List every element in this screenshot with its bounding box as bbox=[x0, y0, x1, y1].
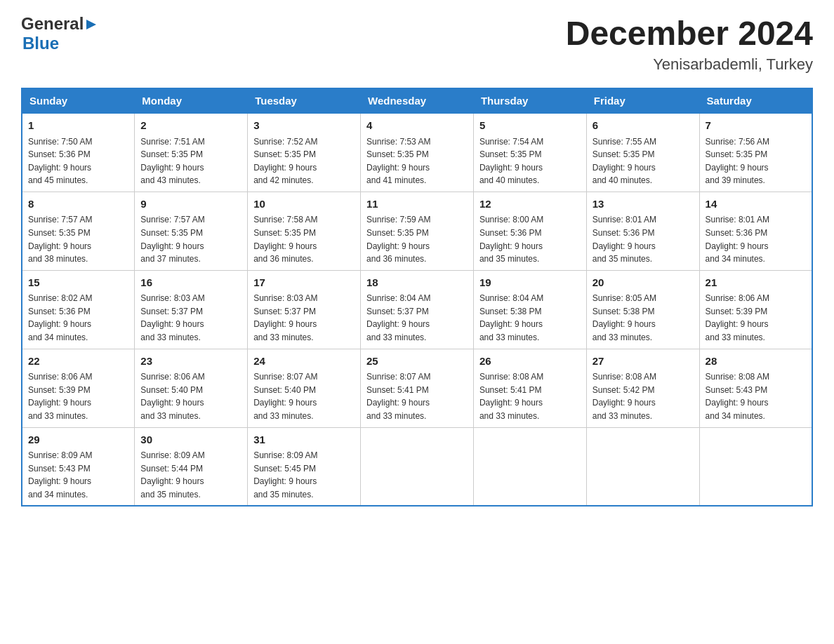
week-row-2: 8Sunrise: 7:57 AMSunset: 5:35 PMDaylight… bbox=[22, 192, 812, 270]
day-info: Sunrise: 8:09 AMSunset: 5:45 PMDaylight:… bbox=[253, 449, 355, 501]
calendar-cell: 22Sunrise: 8:06 AMSunset: 5:39 PMDayligh… bbox=[22, 349, 135, 427]
week-row-1: 1Sunrise: 7:50 AMSunset: 5:36 PMDaylight… bbox=[22, 113, 812, 192]
day-number: 2 bbox=[140, 118, 241, 134]
day-info: Sunrise: 7:59 AMSunset: 5:35 PMDaylight:… bbox=[366, 213, 468, 265]
logo-arrow-icon bbox=[85, 18, 98, 31]
day-info: Sunrise: 8:01 AMSunset: 5:36 PMDaylight:… bbox=[593, 213, 694, 265]
calendar-cell: 17Sunrise: 8:03 AMSunset: 5:37 PMDayligh… bbox=[248, 270, 361, 349]
location-title: Yenisarbademli, Turkey bbox=[566, 55, 813, 74]
day-info: Sunrise: 8:06 AMSunset: 5:39 PMDaylight:… bbox=[28, 370, 128, 422]
day-number: 11 bbox=[366, 196, 468, 213]
day-number: 9 bbox=[140, 196, 241, 213]
calendar-cell: 7Sunrise: 7:56 AMSunset: 5:35 PMDaylight… bbox=[699, 113, 812, 192]
day-info: Sunrise: 8:08 AMSunset: 5:41 PMDaylight:… bbox=[479, 370, 581, 422]
calendar-cell: 23Sunrise: 8:06 AMSunset: 5:40 PMDayligh… bbox=[135, 349, 248, 427]
day-number: 22 bbox=[28, 354, 128, 370]
weekday-header-row: SundayMondayTuesdayWednesdayThursdayFrid… bbox=[22, 88, 812, 113]
day-info: Sunrise: 7:52 AMSunset: 5:35 PMDaylight:… bbox=[253, 135, 355, 187]
calendar-cell: 6Sunrise: 7:55 AMSunset: 5:35 PMDaylight… bbox=[586, 113, 699, 192]
day-info: Sunrise: 8:04 AMSunset: 5:38 PMDaylight:… bbox=[479, 292, 581, 344]
day-number: 7 bbox=[706, 118, 806, 134]
week-row-3: 15Sunrise: 8:02 AMSunset: 5:36 PMDayligh… bbox=[22, 270, 812, 349]
svg-marker-0 bbox=[86, 20, 96, 29]
calendar-cell: 5Sunrise: 7:54 AMSunset: 5:35 PMDaylight… bbox=[473, 113, 586, 192]
day-number: 16 bbox=[140, 275, 241, 291]
calendar-cell: 29Sunrise: 8:09 AMSunset: 5:43 PMDayligh… bbox=[22, 427, 135, 506]
day-info: Sunrise: 7:57 AMSunset: 5:35 PMDaylight:… bbox=[140, 213, 241, 265]
calendar-cell: 11Sunrise: 7:59 AMSunset: 5:35 PMDayligh… bbox=[361, 192, 474, 270]
weekday-header-saturday: Saturday bbox=[699, 88, 812, 113]
calendar-cell: 9Sunrise: 7:57 AMSunset: 5:35 PMDaylight… bbox=[135, 192, 248, 270]
day-number: 28 bbox=[706, 354, 806, 370]
day-number: 6 bbox=[593, 118, 694, 134]
day-number: 27 bbox=[593, 354, 694, 370]
day-info: Sunrise: 7:58 AMSunset: 5:35 PMDaylight:… bbox=[253, 213, 355, 265]
day-info: Sunrise: 8:06 AMSunset: 5:39 PMDaylight:… bbox=[706, 292, 806, 344]
day-info: Sunrise: 7:57 AMSunset: 5:35 PMDaylight:… bbox=[28, 213, 128, 265]
calendar-cell: 10Sunrise: 7:58 AMSunset: 5:35 PMDayligh… bbox=[248, 192, 361, 270]
day-info: Sunrise: 8:02 AMSunset: 5:36 PMDaylight:… bbox=[28, 292, 128, 344]
day-number: 19 bbox=[479, 275, 581, 291]
calendar-cell: 28Sunrise: 8:08 AMSunset: 5:43 PMDayligh… bbox=[699, 349, 812, 427]
day-info: Sunrise: 7:50 AMSunset: 5:36 PMDaylight:… bbox=[28, 135, 128, 187]
day-info: Sunrise: 7:53 AMSunset: 5:35 PMDaylight:… bbox=[366, 135, 468, 187]
day-info: Sunrise: 7:54 AMSunset: 5:35 PMDaylight:… bbox=[479, 135, 581, 187]
calendar-cell: 16Sunrise: 8:03 AMSunset: 5:37 PMDayligh… bbox=[135, 270, 248, 349]
day-number: 13 bbox=[593, 196, 694, 213]
logo: General Blue bbox=[21, 14, 98, 53]
calendar-cell bbox=[586, 427, 699, 506]
calendar-cell: 4Sunrise: 7:53 AMSunset: 5:35 PMDaylight… bbox=[361, 113, 474, 192]
day-info: Sunrise: 8:08 AMSunset: 5:42 PMDaylight:… bbox=[593, 370, 694, 422]
day-number: 25 bbox=[366, 354, 468, 370]
weekday-header-tuesday: Tuesday bbox=[248, 88, 361, 113]
day-info: Sunrise: 8:07 AMSunset: 5:40 PMDaylight:… bbox=[253, 370, 355, 422]
day-info: Sunrise: 7:51 AMSunset: 5:35 PMDaylight:… bbox=[140, 135, 241, 187]
calendar-cell: 27Sunrise: 8:08 AMSunset: 5:42 PMDayligh… bbox=[586, 349, 699, 427]
calendar-cell: 12Sunrise: 8:00 AMSunset: 5:36 PMDayligh… bbox=[473, 192, 586, 270]
day-number: 14 bbox=[706, 196, 806, 213]
calendar-cell: 30Sunrise: 8:09 AMSunset: 5:44 PMDayligh… bbox=[135, 427, 248, 506]
calendar-cell: 20Sunrise: 8:05 AMSunset: 5:38 PMDayligh… bbox=[586, 270, 699, 349]
calendar-cell: 3Sunrise: 7:52 AMSunset: 5:35 PMDaylight… bbox=[248, 113, 361, 192]
calendar-cell bbox=[699, 427, 812, 506]
calendar-cell: 8Sunrise: 7:57 AMSunset: 5:35 PMDaylight… bbox=[22, 192, 135, 270]
day-info: Sunrise: 8:09 AMSunset: 5:44 PMDaylight:… bbox=[140, 449, 241, 501]
day-number: 8 bbox=[28, 196, 128, 213]
day-info: Sunrise: 8:04 AMSunset: 5:37 PMDaylight:… bbox=[366, 292, 468, 344]
weekday-header-friday: Friday bbox=[586, 88, 699, 113]
calendar-cell: 25Sunrise: 8:07 AMSunset: 5:41 PMDayligh… bbox=[361, 349, 474, 427]
week-row-5: 29Sunrise: 8:09 AMSunset: 5:43 PMDayligh… bbox=[22, 427, 812, 506]
day-number: 31 bbox=[253, 432, 355, 448]
day-number: 23 bbox=[140, 354, 241, 370]
day-info: Sunrise: 8:09 AMSunset: 5:43 PMDaylight:… bbox=[28, 449, 128, 501]
day-number: 1 bbox=[28, 118, 128, 134]
page-header: General Blue December 2024 Yenisarbademl… bbox=[21, 14, 813, 74]
calendar-cell bbox=[473, 427, 586, 506]
day-number: 20 bbox=[593, 275, 694, 291]
day-info: Sunrise: 7:56 AMSunset: 5:35 PMDaylight:… bbox=[706, 135, 806, 187]
logo-blue-text: Blue bbox=[22, 34, 59, 53]
weekday-header-monday: Monday bbox=[135, 88, 248, 113]
logo-general-text: General bbox=[21, 14, 84, 34]
day-number: 3 bbox=[253, 118, 355, 134]
day-number: 17 bbox=[253, 275, 355, 291]
day-info: Sunrise: 8:00 AMSunset: 5:36 PMDaylight:… bbox=[479, 213, 581, 265]
day-number: 30 bbox=[140, 432, 241, 448]
day-info: Sunrise: 8:01 AMSunset: 5:36 PMDaylight:… bbox=[706, 213, 806, 265]
calendar-cell: 18Sunrise: 8:04 AMSunset: 5:37 PMDayligh… bbox=[361, 270, 474, 349]
day-info: Sunrise: 8:07 AMSunset: 5:41 PMDaylight:… bbox=[366, 370, 468, 422]
calendar-cell: 31Sunrise: 8:09 AMSunset: 5:45 PMDayligh… bbox=[248, 427, 361, 506]
calendar-table: SundayMondayTuesdayWednesdayThursdayFrid… bbox=[21, 88, 813, 507]
day-info: Sunrise: 8:03 AMSunset: 5:37 PMDaylight:… bbox=[140, 292, 241, 344]
week-row-4: 22Sunrise: 8:06 AMSunset: 5:39 PMDayligh… bbox=[22, 349, 812, 427]
calendar-cell: 14Sunrise: 8:01 AMSunset: 5:36 PMDayligh… bbox=[699, 192, 812, 270]
calendar-cell: 26Sunrise: 8:08 AMSunset: 5:41 PMDayligh… bbox=[473, 349, 586, 427]
day-number: 4 bbox=[366, 118, 468, 134]
day-number: 24 bbox=[253, 354, 355, 370]
calendar-cell: 21Sunrise: 8:06 AMSunset: 5:39 PMDayligh… bbox=[699, 270, 812, 349]
weekday-header-sunday: Sunday bbox=[22, 88, 135, 113]
title-section: December 2024 Yenisarbademli, Turkey bbox=[566, 14, 813, 74]
calendar-cell: 15Sunrise: 8:02 AMSunset: 5:36 PMDayligh… bbox=[22, 270, 135, 349]
day-info: Sunrise: 8:05 AMSunset: 5:38 PMDaylight:… bbox=[593, 292, 694, 344]
weekday-header-thursday: Thursday bbox=[473, 88, 586, 113]
